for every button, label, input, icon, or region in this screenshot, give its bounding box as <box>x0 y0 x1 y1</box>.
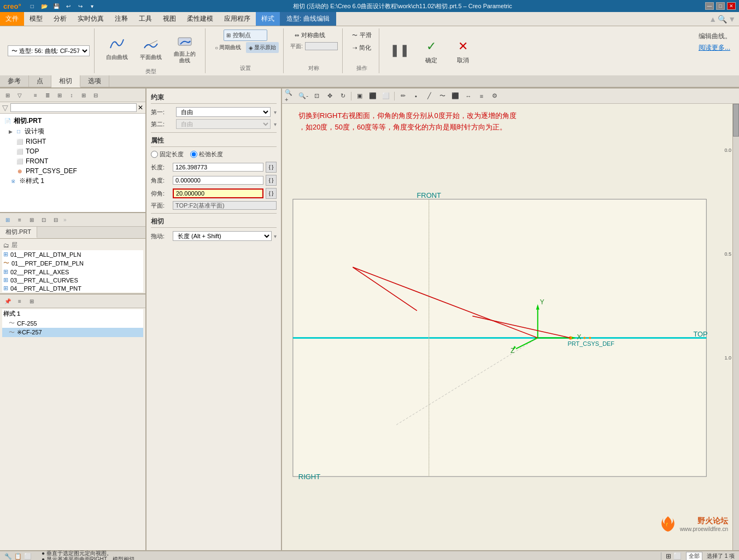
search-input[interactable] <box>10 103 137 112</box>
status-btn2[interactable]: ⬜ <box>673 552 682 560</box>
style-col-btn[interactable]: ⊞ <box>26 296 37 306</box>
smooth-btn[interactable]: 〜 平滑 <box>349 30 374 41</box>
layer-item-3[interactable]: ⊞ 02__PRT_ALL_AXES <box>2 268 143 276</box>
more-btn[interactable]: ▾ <box>87 1 98 11</box>
maximize-btn[interactable]: □ <box>716 2 725 10</box>
tree-style1[interactable]: ※ ※样式 1 <box>2 176 143 186</box>
vp-pan-btn[interactable]: ✥ <box>324 90 336 102</box>
free-curve-btn[interactable]: 自由曲线 <box>101 32 133 64</box>
layer-btn[interactable]: ⊞ <box>2 214 13 225</box>
menu-model[interactable]: 模型 <box>24 12 48 26</box>
layer-item-5[interactable]: ⊞ 04__PRT_ALL_DTM_PNT <box>2 284 143 292</box>
layer-list-btn[interactable]: ≡ <box>14 214 25 225</box>
second-constraint-select[interactable]: 自由 <box>176 119 271 129</box>
symmetric-curve-btn[interactable]: ⇔ 对称曲线 <box>292 30 336 41</box>
angle-formula-btn[interactable]: { } <box>266 175 277 186</box>
vp-zoom-out-btn[interactable]: 🔍- <box>297 90 309 102</box>
tb-list-icon[interactable]: ≡ <box>30 90 41 101</box>
first-constraint-select[interactable]: 自由 相切 法向 曲率 <box>176 107 271 117</box>
undo-btn[interactable]: ↩ <box>63 1 74 11</box>
tree-right[interactable]: ⬜ RIGHT <box>2 137 143 146</box>
tb-sort-icon[interactable]: ↕ <box>66 90 77 101</box>
length-input[interactable] <box>173 163 263 172</box>
cancel-btn[interactable]: ✕ 取消 <box>449 35 477 67</box>
status-icon2[interactable]: 📋 <box>14 553 22 560</box>
fixed-radio-input[interactable] <box>151 151 158 158</box>
elevation-formula-btn[interactable]: { } <box>266 188 277 199</box>
open-btn[interactable]: 📂 <box>39 1 50 11</box>
layer-item-2[interactable]: 〜 01__PRT_DEF_DTM_PLN <box>2 258 143 268</box>
redo-btn[interactable]: ↪ <box>75 1 86 11</box>
tree-front[interactable]: ⬜ FRONT <box>2 156 143 166</box>
vp-point-btn[interactable]: • <box>410 90 422 102</box>
filter-icon[interactable]: ▽ <box>2 103 8 112</box>
tab-reference[interactable]: 参考 <box>0 75 29 87</box>
layer-tb2-btn[interactable]: ⊟ <box>50 214 61 225</box>
menu-tools[interactable]: 工具 <box>133 12 157 26</box>
search-clear-icon[interactable]: ✕ <box>138 104 143 111</box>
plane-input[interactable] <box>305 42 338 50</box>
variable-length-radio[interactable]: 松弛长度 <box>190 150 223 158</box>
vp-line-btn[interactable]: ╱ <box>423 90 435 102</box>
nav-down-btn[interactable]: ▼ <box>728 15 736 23</box>
menu-analysis[interactable]: 分析 <box>48 12 72 26</box>
vp-edit-btn[interactable]: ✏ <box>397 90 409 102</box>
tree-top[interactable]: ⬜ TOP <box>2 146 143 156</box>
vp-rotate-btn[interactable]: ↻ <box>337 90 349 102</box>
tb-columns-icon[interactable]: ⊞ <box>54 90 65 101</box>
control-point-btn[interactable]: ⊞ 控制点 <box>224 30 267 41</box>
tb-expand2-icon[interactable]: ⊟ <box>90 90 101 101</box>
vp-curve-btn[interactable]: 〜 <box>436 90 448 102</box>
menu-file[interactable]: 文件 <box>0 12 24 26</box>
tree-design-expander[interactable]: ▶ <box>9 129 14 134</box>
status-btn1[interactable]: ⊞ <box>666 552 671 560</box>
selection-mode[interactable]: 全部 <box>686 552 702 560</box>
menu-apps[interactable]: 应用程序 <box>219 12 256 26</box>
length-formula-btn[interactable]: { } <box>266 162 277 173</box>
tree-prt-csys[interactable]: ⊕ PRT_CSYS_DEF <box>2 166 143 176</box>
circle-curve-btn[interactable]: ○ 周期曲线 <box>212 42 244 53</box>
search-btn[interactable]: 🔍 <box>718 15 727 23</box>
vp-surface-btn[interactable]: ⬛ <box>449 90 461 102</box>
vp-more-btn[interactable]: ≡ <box>476 90 488 102</box>
elevation-input[interactable] <box>173 188 263 198</box>
vp-select-btn[interactable]: ▣ <box>354 90 366 102</box>
style-cf255[interactable]: 〜 CF-255 <box>2 319 143 328</box>
vp-settings-btn[interactable]: ⚙ <box>489 90 501 102</box>
vp-dim-btn[interactable]: ↔ <box>462 90 474 102</box>
layer-col-btn[interactable]: ⊞ <box>26 214 37 225</box>
ok-btn[interactable]: ✓ 确定 <box>418 35 445 67</box>
drag-select[interactable]: 长度 (Alt + Shift) 方向 自由 <box>173 231 272 241</box>
plane-value-input[interactable] <box>173 201 277 210</box>
tb-filter-icon[interactable]: ▽ <box>14 90 25 101</box>
vp-wireframe-btn[interactable]: ⬜ <box>380 90 392 102</box>
pause-btn[interactable]: ❚❚ <box>386 39 413 63</box>
curve-selector[interactable]: 〜 造型: 56: 曲线: CF-257 <box>8 45 90 56</box>
style-cf257[interactable]: 〜 ※CF-257 <box>2 328 143 337</box>
tab-options[interactable]: 选项 <box>80 75 109 87</box>
status-icon1[interactable]: 🔧 <box>4 553 12 560</box>
simplify-btn[interactable]: ⇢ 简化 <box>350 42 374 54</box>
variable-radio-input[interactable] <box>190 151 197 158</box>
style-pin-btn[interactable]: 📌 <box>2 296 13 306</box>
menu-style[interactable]: 样式 <box>256 12 280 26</box>
nav-up-btn[interactable]: ▲ <box>709 15 717 23</box>
tab-tangent[interactable]: 相切 <box>51 75 80 87</box>
layer-tb1-btn[interactable]: ⊡ <box>38 214 49 225</box>
close-btn[interactable]: ✕ <box>727 2 736 10</box>
vp-render-btn[interactable]: ⬛ <box>367 90 379 102</box>
tree-root[interactable]: 📄 相切.PRT <box>2 116 143 126</box>
layer-item-1[interactable]: ⊞ 01__PRT_ALL_DTM_PLN <box>2 250 143 258</box>
layer-tab[interactable]: 相切.PRT <box>0 227 37 238</box>
menu-view[interactable]: 视图 <box>157 12 181 26</box>
menu-simulation[interactable]: 实时仿真 <box>72 12 109 26</box>
new-btn[interactable]: □ <box>27 1 38 11</box>
plane-curve-btn[interactable]: 平面曲线 <box>135 32 167 64</box>
layer-item-4[interactable]: ⊞ 03__PRT_ALL_CURVES <box>2 276 143 284</box>
vp-zoom-in-btn[interactable]: 🔍+ <box>284 90 296 102</box>
tree-design[interactable]: ▶ □ 设计项 <box>2 126 143 137</box>
surface-curve-btn[interactable]: 曲面上的曲线 <box>169 30 201 67</box>
vp-zoom-fit-btn[interactable]: ⊡ <box>310 90 322 102</box>
menu-flex[interactable]: 柔性建模 <box>181 12 219 26</box>
tb-expand-icon[interactable]: ⊞ <box>78 90 89 101</box>
